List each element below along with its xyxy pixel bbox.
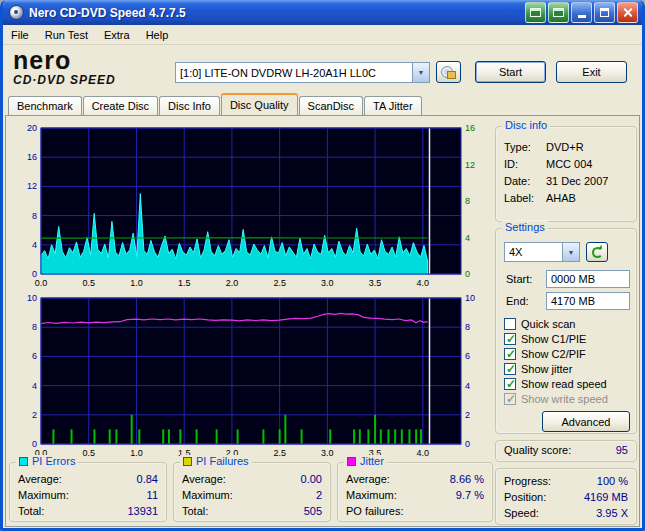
disc-quality-page: 0.00.51.01.52.02.53.03.54.00481216200481… — [5, 115, 640, 527]
pi-failures-stats-title: PI Failures — [196, 455, 249, 467]
pi-errors-stats-title: PI Errors — [32, 455, 75, 467]
tabstrip: Benchmark Create Disc Disc Info Disc Qua… — [5, 93, 640, 115]
show-c2-pif-checkbox[interactable]: Show C2/PIF — [504, 347, 586, 361]
jitter-swatch-icon — [347, 457, 356, 466]
minimize-button[interactable] — [571, 2, 592, 23]
menu-extra[interactable]: Extra — [96, 27, 138, 43]
jitter-stats-title: Jitter — [360, 455, 384, 467]
pi-errors-stats-panel: PI Errors Average:0.84 Maximum:11 Total:… — [9, 462, 167, 522]
show-read-speed-checkbox[interactable]: Show read speed — [504, 377, 607, 391]
quality-score-value: 95 — [616, 444, 628, 456]
svg-text:2.0: 2.0 — [226, 278, 239, 288]
panel-icon — [553, 8, 564, 17]
end-position-label: End: — [506, 295, 529, 307]
refresh-speeds-button[interactable] — [586, 242, 608, 262]
jitter-maximum-label: Maximum: — [346, 489, 397, 501]
svg-text:2.5: 2.5 — [273, 448, 286, 458]
pi-errors-chart: 0.00.51.01.52.02.53.03.54.00481216200481… — [7, 124, 489, 290]
pie-total-value: 13931 — [127, 505, 158, 517]
pie-total-label: Total: — [18, 505, 44, 517]
speed-select[interactable]: 4X ▼ — [504, 242, 580, 262]
position-value: 4169 MB — [584, 491, 628, 503]
drive-select[interactable]: [1:0] LITE-ON DVDRW LH-20A1H LL0C ▼ — [175, 62, 430, 83]
menu-run-test[interactable]: Run Test — [37, 27, 96, 43]
svg-text:4: 4 — [465, 233, 470, 243]
pi-errors-swatch-icon — [19, 457, 28, 466]
start-button[interactable]: Start — [475, 61, 546, 83]
menu-help[interactable]: Help — [138, 27, 177, 43]
app-window: Nero CD-DVD Speed 4.7.7.5 File Run Test … — [0, 0, 645, 531]
drive-options-button[interactable] — [436, 61, 461, 83]
tab-disc-quality[interactable]: Disc Quality — [221, 93, 298, 115]
tab-disc-info[interactable]: Disc Info — [159, 96, 220, 115]
checkbox-icon — [504, 393, 516, 405]
checkbox-icon — [504, 318, 516, 330]
svg-text:4.0: 4.0 — [417, 448, 430, 458]
svg-text:0: 0 — [32, 269, 37, 279]
tab-benchmark[interactable]: Benchmark — [8, 96, 82, 115]
svg-text:8: 8 — [32, 322, 37, 332]
svg-text:10: 10 — [465, 294, 475, 303]
drive-select-value: [1:0] LITE-ON DVDRW LH-20A1H LL0C — [176, 67, 376, 79]
drive-select-dropdown-icon[interactable]: ▼ — [412, 63, 429, 82]
pif-average-label: Average: — [182, 473, 226, 485]
exit-button[interactable]: Exit — [556, 61, 627, 83]
speed-select-value: 4X — [505, 246, 522, 258]
titlebar-extra-button-2[interactable] — [548, 2, 569, 23]
speed-value: 3.95 X — [596, 507, 628, 519]
svg-text:4: 4 — [465, 381, 470, 391]
pie-average-value: 0.84 — [137, 473, 158, 485]
app-icon — [9, 5, 24, 20]
logo-subtitle: CD·DVD SPEED — [13, 74, 116, 86]
disc-id-label: ID: — [504, 158, 546, 170]
svg-text:2: 2 — [32, 410, 37, 420]
speed-label: Speed: — [504, 507, 539, 519]
disc-date-value: 31 Dec 2007 — [546, 175, 608, 187]
maximize-icon — [600, 8, 609, 17]
end-position-input[interactable]: 4170 MB — [546, 292, 630, 310]
svg-text:8: 8 — [465, 322, 470, 332]
checkbox-icon — [504, 378, 516, 390]
panel-icon — [530, 8, 541, 17]
pie-average-label: Average: — [18, 473, 62, 485]
svg-text:1.5: 1.5 — [178, 278, 191, 288]
svg-text:3.0: 3.0 — [321, 278, 334, 288]
show-write-speed-checkbox: Show write speed — [504, 392, 608, 406]
svg-text:1.0: 1.0 — [130, 278, 143, 288]
start-position-input[interactable]: 0000 MB — [546, 270, 630, 288]
menu-file[interactable]: File — [3, 27, 37, 43]
svg-text:12: 12 — [465, 160, 475, 170]
svg-text:2.5: 2.5 — [273, 278, 286, 288]
nero-logo: nero CD·DVD SPEED — [13, 48, 116, 86]
disc-info-panel: Disc info Type:DVD+R ID:MCC 004 Date:31 … — [495, 126, 637, 222]
progress-value: 100 % — [597, 475, 628, 487]
show-jitter-checkbox[interactable]: Show jitter — [504, 362, 572, 376]
advanced-button[interactable]: Advanced — [542, 411, 630, 432]
svg-text:1.0: 1.0 — [130, 448, 143, 458]
titlebar[interactable]: Nero CD-DVD Speed 4.7.7.5 — [3, 0, 642, 25]
svg-text:6: 6 — [32, 351, 37, 361]
speed-select-dropdown-icon[interactable]: ▼ — [562, 243, 579, 261]
header: nero CD·DVD SPEED [1:0] LITE-ON DVDRW LH… — [3, 45, 642, 93]
svg-text:8: 8 — [32, 211, 37, 221]
checkbox-icon — [504, 333, 516, 345]
tab-create-disc[interactable]: Create Disc — [83, 96, 158, 115]
svg-text:4.0: 4.0 — [417, 278, 430, 288]
maximize-button[interactable] — [594, 2, 615, 23]
disc-label-value: AHAB — [546, 192, 576, 204]
svg-text:0.5: 0.5 — [82, 448, 95, 458]
disc-date-label: Date: — [504, 175, 546, 187]
svg-text:0.0: 0.0 — [35, 278, 48, 288]
tab-scandisc[interactable]: ScanDisc — [299, 96, 363, 115]
settings-title: Settings — [502, 221, 548, 233]
close-button[interactable] — [617, 2, 638, 23]
titlebar-extra-button-1[interactable] — [525, 2, 546, 23]
tab-ta-jitter[interactable]: TA Jitter — [364, 96, 422, 115]
checkbox-icon — [504, 363, 516, 375]
quick-scan-checkbox[interactable]: Quick scan — [504, 317, 575, 331]
pie-maximum-value: 11 — [147, 489, 158, 501]
pie-maximum-label: Maximum: — [18, 489, 69, 501]
pi-failures-stats-panel: PI Failures Average:0.00 Maximum:2 Total… — [173, 462, 331, 522]
show-c1-pie-checkbox[interactable]: Show C1/PIE — [504, 332, 586, 346]
pif-maximum-value: 2 — [316, 489, 322, 501]
